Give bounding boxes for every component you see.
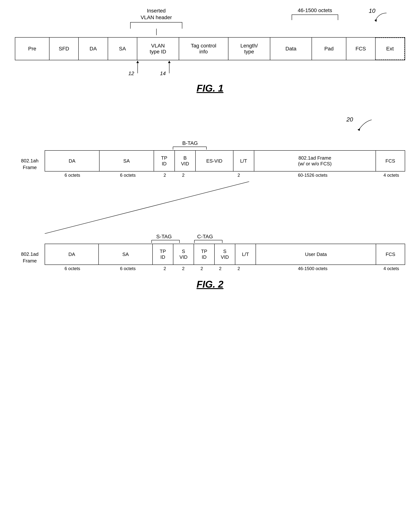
ah-octet-fcs: 4 octets: [377, 173, 405, 178]
ad-frame-with-label: 802.1adFrame DA SA TPID SVID TPID SVID L…: [15, 244, 405, 271]
ah-octet-sa: 6 octets: [100, 173, 156, 178]
ah-cell-sa: SA: [99, 151, 154, 171]
octets-bracket: [292, 15, 338, 20]
btag-bracket: [171, 146, 208, 149]
connector-svg: [15, 181, 405, 234]
ad-cell-tpid2: TPID: [194, 244, 215, 264]
cell-length-type: Length/type: [228, 37, 270, 60]
ah-cell-lt: L/T: [233, 151, 254, 171]
fig1-annotations: 10 InsertedVLAN header 46-1500 octets: [15, 7, 405, 37]
cell-sfd: SFD: [50, 37, 79, 60]
ad-octet-fcs: 4 octets: [377, 266, 405, 271]
ah-cell-tpid: TPID: [154, 151, 175, 171]
stag-bracket: [151, 239, 180, 243]
fig2-container: 20 B-TAG 802.1ahFrame: [15, 116, 405, 301]
cell-pad: Pad: [312, 37, 346, 60]
svg-line-9: [45, 181, 249, 234]
ah-octet-lt: 2: [230, 173, 248, 178]
stag-label: S-TAG: [156, 234, 172, 239]
cell-ext: Ext: [375, 37, 405, 60]
fig1-frame: Pre SFD DA SA VLANtype ID Tag controlinf…: [15, 37, 405, 60]
octets-label: 46-1500 octets: [292, 7, 338, 13]
ad-frame-label: 802.1adFrame: [15, 244, 45, 271]
fig2-ref-area: 20: [15, 116, 405, 135]
fig2-title: FIG. 2: [15, 279, 405, 290]
arrow-14: [165, 60, 180, 75]
ah-octet-tpid: 2: [156, 173, 174, 178]
ad-octet-tpid1: 2: [156, 266, 174, 271]
ad-cell-lt: L/T: [235, 244, 256, 264]
svg-marker-4: [168, 61, 171, 63]
ad-octet-da: 6 octets: [45, 266, 100, 271]
ah-cell-frame: 802.1ad Frame(w/ or w/o FCS): [254, 151, 376, 171]
vlan-header-label: InsertedVLAN header: [130, 7, 182, 21]
octets-annotation: 46-1500 octets: [292, 7, 338, 20]
ad-cell-svid1: SVID: [173, 244, 194, 264]
btag-annotation: B-TAG: [15, 140, 405, 149]
ah-octet-bvid: 2: [174, 173, 193, 178]
cell-fcs: FCS: [346, 37, 375, 60]
ah-octet-frame: 60-1526 octets: [248, 173, 377, 178]
ctag-label: C-TAG: [197, 234, 213, 239]
btag-label: B-TAG: [182, 140, 198, 146]
arrow-12: [134, 60, 149, 75]
ah-octet-esvid: [193, 173, 230, 178]
fig1-bottom-labels: 12 14: [15, 60, 405, 75]
ad-cell-userdata: User Data: [256, 244, 376, 264]
ad-octet-sa: 6 octets: [100, 266, 156, 271]
ad-octet-labels: 6 octets 6 octets 2 2 2 2 2 46-1500 octe…: [45, 266, 405, 271]
svg-marker-0: [375, 19, 377, 22]
fig1-title: FIG. 1: [15, 82, 405, 94]
ctag-bracket: [194, 239, 223, 243]
ah-frame-content: DA SA TPID BVID ES-VID L/T 802.1ad Frame…: [45, 150, 405, 178]
ah-frame-with-label: 802.1ahFrame DA SA TPID BVID ES-VID L/T …: [15, 150, 405, 178]
cell-da: DA: [79, 37, 108, 60]
vlan-bracket: [130, 22, 182, 29]
ad-cells-row: DA SA TPID SVID TPID SVID L/T User Data …: [45, 244, 405, 265]
ah-cell-bvid: BVID: [175, 151, 196, 171]
ah-cell-esvid: ES-VID: [196, 151, 233, 171]
connector-area: [15, 181, 405, 234]
fig2-801ah-section: B-TAG 802.1ahFrame DA SA TPID BVID ES: [15, 140, 405, 178]
ad-octet-lt: 2: [230, 266, 248, 271]
ad-cell-tpid1: TPID: [153, 244, 173, 264]
ad-cell-da: DA: [45, 244, 99, 264]
ah-cells-row: DA SA TPID BVID ES-VID L/T 802.1ad Frame…: [45, 150, 405, 172]
label-12: 12: [128, 70, 134, 76]
ad-octet-tpid2: 2: [193, 266, 211, 271]
ad-cell-svid2: SVID: [215, 244, 235, 264]
ah-octet-labels: 6 octets 6 octets 2 2 2 60-1526 octets 4…: [45, 173, 405, 178]
label-14: 14: [160, 70, 166, 76]
ad-octet-userdata: 46-1500 octets: [248, 266, 377, 271]
fig1-container: 10 InsertedVLAN header 46-1500 octets: [15, 7, 405, 105]
ah-frame-label: 802.1ahFrame: [15, 150, 45, 178]
svg-marker-5: [358, 128, 360, 131]
ah-cell-da: DA: [45, 151, 99, 171]
ah-octet-da: 6 octets: [45, 173, 100, 178]
cell-vlan-type-id: VLANtype ID: [137, 37, 179, 60]
ref-20-arrow: [351, 118, 375, 133]
vlan-bracket-line: [156, 29, 157, 35]
cell-pre: Pre: [15, 37, 50, 60]
vlan-header-annotation: InsertedVLAN header: [130, 7, 182, 29]
ad-octet-svid2: 2: [211, 266, 229, 271]
ad-cell-fcs: FCS: [376, 244, 405, 264]
ad-cell-sa: SA: [99, 244, 152, 264]
stag-ctag-annotation: S-TAG C-TAG: [15, 234, 405, 243]
fig2-802ad-section: S-TAG C-TAG 802.1adFrame DA: [15, 234, 405, 271]
ah-cell-fcs: FCS: [376, 151, 405, 171]
svg-marker-2: [136, 61, 139, 63]
page-content: 10 InsertedVLAN header 46-1500 octets: [15, 7, 405, 301]
ref-10-arrow: [368, 11, 390, 22]
ad-frame-content: DA SA TPID SVID TPID SVID L/T User Data …: [45, 244, 405, 271]
cell-data: Data: [270, 37, 312, 60]
cell-tag-control-info: Tag controlinfo: [179, 37, 228, 60]
cell-sa: SA: [108, 37, 137, 60]
ad-octet-svid1: 2: [174, 266, 193, 271]
